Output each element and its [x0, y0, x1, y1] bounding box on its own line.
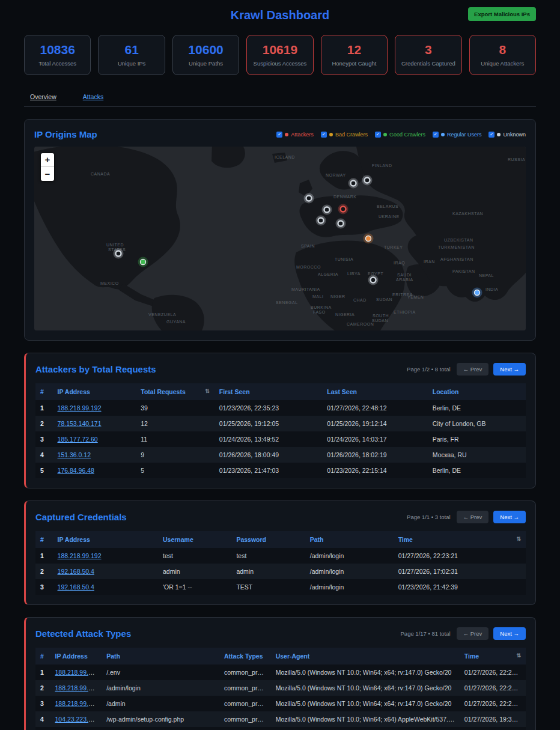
prev-page-button[interactable]: ← Prev — [457, 627, 489, 640]
map-marker[interactable] — [472, 288, 482, 298]
map-marker[interactable] — [338, 204, 348, 214]
table-cell: /.env — [102, 665, 219, 680]
map-country-label: AFGHANISTAN — [440, 257, 473, 261]
table-cell: 01/27/2026, 22:23:21 — [394, 548, 526, 564]
map-country-label: MAURITANIA — [291, 287, 320, 291]
column-header-username[interactable]: Username — [158, 531, 231, 548]
table-row: 5176.84.96.48501/23/2026, 21:47:0301/23/… — [35, 463, 526, 478]
map-marker[interactable] — [362, 175, 373, 186]
legend-checkbox[interactable]: ✓ — [321, 132, 327, 138]
column-header--[interactable]: # — [35, 531, 53, 548]
export-malicious-ips-button[interactable]: Export Malicious IPs — [468, 7, 536, 21]
next-page-button[interactable]: Next → — [493, 363, 526, 376]
zoom-in-button[interactable]: + — [41, 153, 54, 167]
legend-item-good-crawlers[interactable]: ✓Good Crawlers — [375, 132, 425, 138]
prev-page-button[interactable]: ← Prev — [457, 511, 489, 523]
map-marker[interactable] — [336, 219, 346, 229]
map-marker[interactable] — [364, 234, 374, 244]
prev-page-button[interactable]: ← Prev — [457, 363, 489, 376]
map-country-label: NIGER — [330, 294, 345, 299]
stat-card-credentials-captured: 3Credentials Captured — [395, 35, 461, 75]
legend-item-regular-users[interactable]: ✓Regular Users — [433, 132, 482, 138]
ip-link[interactable]: 151.36.0.12 — [58, 451, 91, 458]
page-info: Page 1/2 • 8 total — [407, 366, 451, 373]
map-marker[interactable] — [316, 216, 326, 226]
table-cell: Mozilla/5.0 (Windows NT 10.0; Win64; x64… — [271, 696, 460, 711]
sort-icon[interactable]: ⇅ — [516, 536, 521, 542]
legend-item-bad-crawlers[interactable]: ✓Bad Crawlers — [321, 132, 368, 138]
column-header-ip-address[interactable]: IP Address — [53, 383, 136, 400]
column-header-user-agent[interactable]: User-Agent — [271, 648, 460, 665]
table-cell: 1 — [35, 665, 50, 680]
map-container[interactable]: + − CANADAICELANDRUSSI — [34, 147, 526, 330]
column-header--[interactable]: # — [35, 383, 53, 400]
next-page-button[interactable]: Next → — [493, 511, 526, 523]
next-page-button[interactable]: Next → — [493, 627, 526, 640]
legend-checkbox[interactable]: ✓ — [433, 132, 439, 138]
pagination: Page 1/2 • 8 total ← Prev Next → — [407, 363, 526, 376]
column-header-location[interactable]: Location — [428, 383, 526, 400]
legend-checkbox[interactable]: ✓ — [488, 132, 495, 138]
ip-link[interactable]: 176.84.96.48 — [58, 467, 94, 474]
cell-ip-address: 192.168.50.4 — [53, 579, 158, 595]
column-header-time[interactable]: Time⇅ — [394, 531, 526, 548]
table-cell: 5 — [35, 463, 53, 478]
column-header-time[interactable]: Time⇅ — [460, 648, 526, 665]
map-marker[interactable] — [368, 275, 379, 285]
map-country-label: SPAIN — [301, 244, 315, 248]
table-cell: 5 — [136, 463, 215, 478]
legend-item-attackers[interactable]: ✓Attackers — [276, 132, 314, 138]
table-cell: common_probes — [219, 727, 271, 730]
table-cell: Москва, RU — [428, 447, 526, 463]
column-header-total-requests[interactable]: Total Requests⇅ — [136, 383, 215, 400]
column-header-last-seen[interactable]: Last Seen — [322, 383, 427, 400]
ip-link[interactable]: 78.153.140.171 — [58, 420, 102, 427]
column-header-path[interactable]: Path — [102, 648, 219, 665]
ip-link[interactable]: 185.177.72.60 — [58, 436, 98, 443]
tab-overview[interactable]: Overview — [30, 93, 56, 100]
legend-item-unknown[interactable]: ✓Unknown — [488, 132, 526, 138]
column-header-attack-types[interactable]: Attack Types — [219, 648, 271, 665]
stat-value: 10600 — [175, 43, 236, 57]
column-header--[interactable]: # — [35, 648, 50, 665]
stat-value: 12 — [324, 43, 385, 57]
stat-value: 10619 — [249, 43, 310, 57]
stat-label: Suspicious Accesses — [249, 60, 310, 67]
column-header-ip-address[interactable]: IP Address — [53, 531, 158, 548]
world-map[interactable]: CANADAICELANDRUSSIANORWAYFINLANDDENMARKB… — [34, 147, 526, 330]
ip-link[interactable]: 192.168.50.4 — [58, 583, 94, 591]
tab-attacks[interactable]: Attacks — [83, 93, 103, 100]
table-cell: 01/26/2026, 18:00:49 — [215, 447, 323, 463]
map-marker[interactable] — [114, 249, 124, 259]
stat-label: Total Accesses — [27, 60, 88, 67]
sort-icon[interactable]: ⇅ — [516, 652, 521, 659]
table-cell: /admin/login — [305, 548, 394, 564]
ip-link[interactable]: 188.218.99.192 — [55, 684, 99, 692]
ip-link[interactable]: 192.168.50.4 — [58, 568, 94, 575]
table-cell: 2 — [35, 680, 50, 696]
legend-checkbox[interactable]: ✓ — [375, 132, 381, 138]
column-header-path[interactable]: Path — [305, 531, 394, 548]
map-marker[interactable] — [322, 205, 332, 215]
ip-link[interactable]: 188.218.99.192 — [55, 669, 99, 676]
map-marker[interactable] — [348, 178, 359, 189]
sort-icon[interactable]: ⇅ — [205, 388, 210, 394]
column-header-first-seen[interactable]: First Seen — [215, 383, 323, 400]
table-cell: Mozilla/5.0 (Windows NT 10.0; Win64; x64… — [271, 665, 460, 680]
column-header-password[interactable]: Password — [231, 531, 305, 548]
table-cell: common_probes — [219, 665, 271, 680]
map-marker[interactable] — [138, 257, 148, 267]
ip-link[interactable]: 188.218.99.192 — [55, 700, 99, 707]
cell-ip-address: 188.218.99.192 — [50, 696, 102, 711]
legend-checkbox[interactable]: ✓ — [276, 132, 282, 138]
map-marker[interactable] — [304, 193, 314, 204]
map-country-label: BELARUS — [377, 204, 398, 208]
table-cell: 11 — [136, 431, 215, 447]
column-header-ip-address[interactable]: IP Address — [50, 648, 102, 665]
ip-link[interactable]: 104.23.223.128 — [55, 716, 99, 723]
table-cell: /admin/login — [102, 680, 219, 696]
ip-link[interactable]: 188.218.99.192 — [58, 552, 102, 559]
zoom-out-button[interactable]: − — [41, 167, 54, 181]
ip-link[interactable]: 188.218.99.192 — [58, 404, 102, 412]
section-title: Captured Credentials — [35, 512, 127, 522]
